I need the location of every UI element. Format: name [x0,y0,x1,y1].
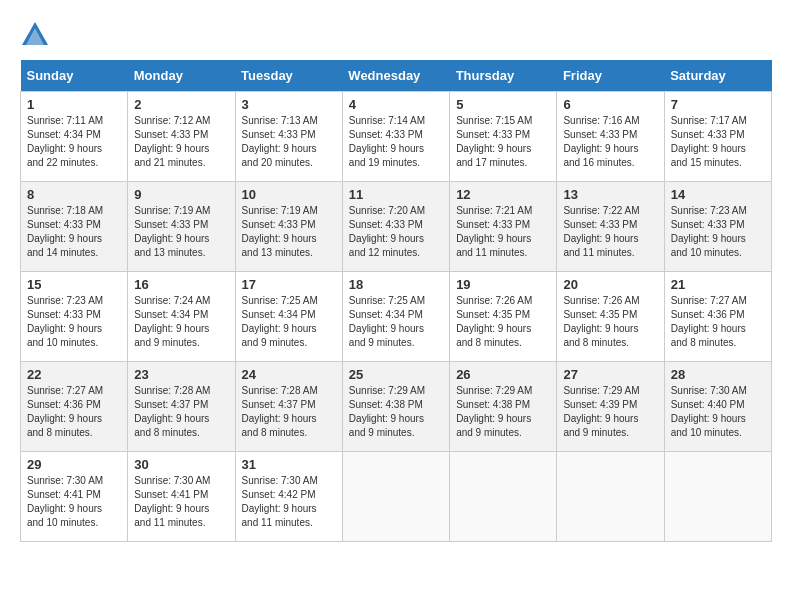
calendar-cell: 4Sunrise: 7:14 AMSunset: 4:33 PMDaylight… [342,92,449,182]
day-number: 28 [671,367,765,382]
col-header-sunday: Sunday [21,60,128,92]
day-info: Sunrise: 7:15 AMSunset: 4:33 PMDaylight:… [456,114,550,170]
calendar-cell [557,452,664,542]
day-info: Sunrise: 7:18 AMSunset: 4:33 PMDaylight:… [27,204,121,260]
day-number: 14 [671,187,765,202]
calendar-cell: 24Sunrise: 7:28 AMSunset: 4:37 PMDayligh… [235,362,342,452]
calendar-cell: 1Sunrise: 7:11 AMSunset: 4:34 PMDaylight… [21,92,128,182]
day-info: Sunrise: 7:30 AMSunset: 4:41 PMDaylight:… [134,474,228,530]
calendar-table: SundayMondayTuesdayWednesdayThursdayFrid… [20,60,772,542]
logo [20,20,54,50]
page-header [20,20,772,50]
day-info: Sunrise: 7:28 AMSunset: 4:37 PMDaylight:… [134,384,228,440]
day-info: Sunrise: 7:21 AMSunset: 4:33 PMDaylight:… [456,204,550,260]
day-info: Sunrise: 7:29 AMSunset: 4:39 PMDaylight:… [563,384,657,440]
day-info: Sunrise: 7:26 AMSunset: 4:35 PMDaylight:… [456,294,550,350]
calendar-cell: 2Sunrise: 7:12 AMSunset: 4:33 PMDaylight… [128,92,235,182]
day-number: 27 [563,367,657,382]
day-info: Sunrise: 7:16 AMSunset: 4:33 PMDaylight:… [563,114,657,170]
day-number: 22 [27,367,121,382]
calendar-cell: 31Sunrise: 7:30 AMSunset: 4:42 PMDayligh… [235,452,342,542]
day-number: 29 [27,457,121,472]
calendar-cell: 9Sunrise: 7:19 AMSunset: 4:33 PMDaylight… [128,182,235,272]
calendar-cell: 21Sunrise: 7:27 AMSunset: 4:36 PMDayligh… [664,272,771,362]
day-number: 5 [456,97,550,112]
day-number: 12 [456,187,550,202]
calendar-cell: 5Sunrise: 7:15 AMSunset: 4:33 PMDaylight… [450,92,557,182]
calendar-cell: 8Sunrise: 7:18 AMSunset: 4:33 PMDaylight… [21,182,128,272]
day-number: 9 [134,187,228,202]
day-number: 20 [563,277,657,292]
day-info: Sunrise: 7:24 AMSunset: 4:34 PMDaylight:… [134,294,228,350]
day-info: Sunrise: 7:26 AMSunset: 4:35 PMDaylight:… [563,294,657,350]
day-number: 26 [456,367,550,382]
calendar-cell: 14Sunrise: 7:23 AMSunset: 4:33 PMDayligh… [664,182,771,272]
day-number: 17 [242,277,336,292]
day-number: 8 [27,187,121,202]
col-header-friday: Friday [557,60,664,92]
calendar-cell: 23Sunrise: 7:28 AMSunset: 4:37 PMDayligh… [128,362,235,452]
calendar-cell: 30Sunrise: 7:30 AMSunset: 4:41 PMDayligh… [128,452,235,542]
day-info: Sunrise: 7:27 AMSunset: 4:36 PMDaylight:… [671,294,765,350]
day-number: 21 [671,277,765,292]
calendar-cell: 12Sunrise: 7:21 AMSunset: 4:33 PMDayligh… [450,182,557,272]
calendar-cell: 3Sunrise: 7:13 AMSunset: 4:33 PMDaylight… [235,92,342,182]
logo-icon [20,20,50,50]
day-number: 7 [671,97,765,112]
day-info: Sunrise: 7:11 AMSunset: 4:34 PMDaylight:… [27,114,121,170]
col-header-saturday: Saturday [664,60,771,92]
day-number: 10 [242,187,336,202]
calendar-cell: 26Sunrise: 7:29 AMSunset: 4:38 PMDayligh… [450,362,557,452]
calendar-cell: 16Sunrise: 7:24 AMSunset: 4:34 PMDayligh… [128,272,235,362]
day-number: 19 [456,277,550,292]
calendar-cell: 13Sunrise: 7:22 AMSunset: 4:33 PMDayligh… [557,182,664,272]
day-info: Sunrise: 7:30 AMSunset: 4:42 PMDaylight:… [242,474,336,530]
calendar-cell: 15Sunrise: 7:23 AMSunset: 4:33 PMDayligh… [21,272,128,362]
day-info: Sunrise: 7:23 AMSunset: 4:33 PMDaylight:… [27,294,121,350]
calendar-cell: 19Sunrise: 7:26 AMSunset: 4:35 PMDayligh… [450,272,557,362]
day-number: 16 [134,277,228,292]
calendar-cell: 20Sunrise: 7:26 AMSunset: 4:35 PMDayligh… [557,272,664,362]
calendar-cell: 29Sunrise: 7:30 AMSunset: 4:41 PMDayligh… [21,452,128,542]
day-info: Sunrise: 7:28 AMSunset: 4:37 PMDaylight:… [242,384,336,440]
day-number: 23 [134,367,228,382]
day-number: 15 [27,277,121,292]
day-number: 4 [349,97,443,112]
day-info: Sunrise: 7:13 AMSunset: 4:33 PMDaylight:… [242,114,336,170]
col-header-monday: Monday [128,60,235,92]
calendar-cell [450,452,557,542]
calendar-cell: 7Sunrise: 7:17 AMSunset: 4:33 PMDaylight… [664,92,771,182]
day-number: 25 [349,367,443,382]
calendar-cell: 10Sunrise: 7:19 AMSunset: 4:33 PMDayligh… [235,182,342,272]
day-info: Sunrise: 7:12 AMSunset: 4:33 PMDaylight:… [134,114,228,170]
day-info: Sunrise: 7:25 AMSunset: 4:34 PMDaylight:… [349,294,443,350]
day-number: 11 [349,187,443,202]
calendar-cell: 18Sunrise: 7:25 AMSunset: 4:34 PMDayligh… [342,272,449,362]
col-header-thursday: Thursday [450,60,557,92]
calendar-cell: 22Sunrise: 7:27 AMSunset: 4:36 PMDayligh… [21,362,128,452]
day-info: Sunrise: 7:20 AMSunset: 4:33 PMDaylight:… [349,204,443,260]
day-info: Sunrise: 7:23 AMSunset: 4:33 PMDaylight:… [671,204,765,260]
day-info: Sunrise: 7:17 AMSunset: 4:33 PMDaylight:… [671,114,765,170]
day-number: 30 [134,457,228,472]
col-header-tuesday: Tuesday [235,60,342,92]
day-info: Sunrise: 7:19 AMSunset: 4:33 PMDaylight:… [134,204,228,260]
day-info: Sunrise: 7:29 AMSunset: 4:38 PMDaylight:… [456,384,550,440]
col-header-wednesday: Wednesday [342,60,449,92]
calendar-cell: 25Sunrise: 7:29 AMSunset: 4:38 PMDayligh… [342,362,449,452]
calendar-cell: 17Sunrise: 7:25 AMSunset: 4:34 PMDayligh… [235,272,342,362]
day-info: Sunrise: 7:25 AMSunset: 4:34 PMDaylight:… [242,294,336,350]
calendar-cell: 27Sunrise: 7:29 AMSunset: 4:39 PMDayligh… [557,362,664,452]
day-info: Sunrise: 7:14 AMSunset: 4:33 PMDaylight:… [349,114,443,170]
calendar-cell: 6Sunrise: 7:16 AMSunset: 4:33 PMDaylight… [557,92,664,182]
day-number: 2 [134,97,228,112]
day-number: 18 [349,277,443,292]
day-info: Sunrise: 7:29 AMSunset: 4:38 PMDaylight:… [349,384,443,440]
day-info: Sunrise: 7:27 AMSunset: 4:36 PMDaylight:… [27,384,121,440]
day-number: 13 [563,187,657,202]
day-number: 3 [242,97,336,112]
calendar-cell [664,452,771,542]
day-info: Sunrise: 7:30 AMSunset: 4:41 PMDaylight:… [27,474,121,530]
day-info: Sunrise: 7:30 AMSunset: 4:40 PMDaylight:… [671,384,765,440]
day-number: 6 [563,97,657,112]
